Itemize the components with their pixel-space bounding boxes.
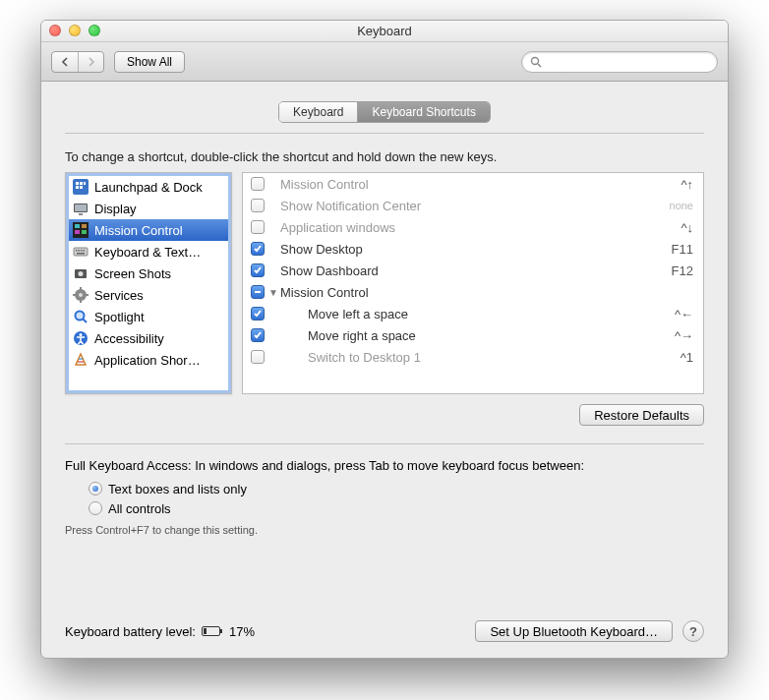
svg-rect-17 — [76, 250, 78, 252]
fka-option-textboxes[interactable]: Text boxes and lists only — [89, 479, 704, 498]
svg-rect-34 — [255, 291, 261, 293]
tab-bar: Keyboard Keyboard Shortcuts — [278, 101, 491, 123]
zoom-window-button[interactable] — [89, 25, 100, 36]
shortcut-checkbox[interactable] — [251, 263, 265, 277]
category-item[interactable]: Accessibility — [69, 327, 228, 349]
forward-button[interactable] — [78, 52, 103, 72]
shortcut-checkbox[interactable] — [251, 285, 265, 299]
shortcut-key[interactable]: ^↓ — [634, 220, 693, 235]
shortcut-row[interactable]: ▼Mission Control — [243, 281, 703, 303]
category-label: Mission Control — [94, 223, 183, 238]
shortcut-row[interactable]: Move right a space^→ — [243, 324, 703, 346]
svg-point-30 — [76, 312, 85, 321]
full-keyboard-access-section: Full Keyboard Access: In windows and dia… — [65, 443, 704, 536]
shortcut-row[interactable]: Show DashboardF12 — [243, 260, 703, 281]
shortcut-key[interactable]: F11 — [634, 242, 693, 257]
category-list[interactable]: Launchpad & DockDisplayMission ControlKe… — [65, 172, 232, 394]
svg-rect-19 — [81, 250, 83, 252]
shortcut-checkbox[interactable] — [251, 199, 265, 212]
shortcut-row[interactable]: Switch to Desktop 1^1 — [243, 346, 703, 368]
svg-rect-5 — [84, 182, 86, 185]
shortcut-label: Move right a space — [280, 328, 634, 343]
svg-rect-36 — [220, 629, 222, 633]
fka-option-label: Text boxes and lists only — [108, 482, 247, 496]
category-label: Display — [94, 202, 137, 216]
search-field-container[interactable] — [521, 51, 718, 73]
category-item[interactable]: Launchpad & Dock — [69, 176, 228, 198]
shortcut-key[interactable]: none — [634, 200, 693, 211]
shortcut-label: Mission Control — [280, 177, 634, 192]
shortcut-checkbox[interactable] — [251, 220, 265, 234]
category-item[interactable]: Spotlight — [69, 306, 228, 327]
shortcut-row[interactable]: Show DesktopF11 — [243, 238, 703, 260]
setup-bluetooth-button[interactable]: Set Up Bluetooth Keyboard… — [475, 620, 673, 642]
fka-text: Full Keyboard Access: In windows and dia… — [65, 458, 704, 473]
svg-rect-14 — [75, 230, 80, 234]
shortcut-checkbox[interactable] — [251, 307, 265, 321]
shortcut-row[interactable]: Show Notification Centernone — [243, 195, 703, 216]
svg-rect-12 — [75, 224, 80, 228]
category-item[interactable]: Services — [69, 284, 228, 306]
shortcut-label: Show Dashboard — [280, 263, 634, 278]
svg-rect-13 — [82, 224, 87, 228]
shortcut-checkbox[interactable] — [251, 177, 265, 191]
fka-option-all[interactable]: All controls — [89, 498, 704, 518]
battery-label: Keyboard battery level: — [65, 624, 196, 639]
search-icon — [530, 56, 542, 68]
shortcut-label: Show Desktop — [280, 242, 634, 257]
tab-shortcuts[interactable]: Keyboard Shortcuts — [357, 102, 489, 122]
mission-icon — [73, 222, 89, 238]
shortcut-checkbox[interactable] — [251, 350, 265, 364]
toolbar: Show All — [41, 42, 728, 82]
shortcut-checkbox[interactable] — [251, 242, 265, 256]
show-all-button[interactable]: Show All — [114, 51, 185, 73]
shortcut-key[interactable]: ^→ — [634, 328, 693, 343]
category-item[interactable]: Application Shor… — [69, 349, 228, 371]
category-item[interactable]: Screen Shots — [69, 262, 228, 284]
shortcut-key[interactable]: ^↑ — [634, 177, 693, 192]
category-label: Screen Shots — [94, 266, 171, 281]
back-button[interactable] — [52, 52, 78, 72]
svg-rect-3 — [76, 182, 79, 185]
preferences-window: Keyboard Show All Keyboard Keyboard Shor… — [40, 20, 729, 659]
shortcut-checkbox[interactable] — [251, 328, 265, 342]
accessibility-icon — [73, 330, 89, 346]
category-item[interactable]: Keyboard & Text… — [69, 241, 228, 262]
svg-line-31 — [84, 320, 88, 323]
spotlight-icon — [73, 309, 89, 324]
shortcut-key[interactable]: F12 — [634, 263, 693, 278]
svg-rect-21 — [77, 253, 85, 255]
category-item[interactable]: Mission Control — [69, 219, 228, 241]
launchpad-icon — [73, 179, 89, 195]
shortcut-list[interactable]: Mission Control^↑Show Notification Cente… — [242, 172, 704, 394]
shortcut-key[interactable]: ^1 — [634, 350, 693, 365]
titlebar: Keyboard — [41, 21, 728, 42]
shortcut-label: Switch to Desktop 1 — [280, 350, 634, 365]
keyboard-icon — [73, 244, 89, 260]
shortcut-row[interactable]: Application windows^↓ — [243, 216, 703, 238]
close-window-button[interactable] — [49, 25, 61, 36]
category-label: Accessibility — [94, 331, 164, 346]
shortcuts-panel: To change a shortcut, double-click the s… — [65, 133, 704, 426]
shortcut-row[interactable]: Move left a space^← — [243, 303, 703, 324]
category-label: Keyboard & Text… — [94, 245, 201, 260]
tab-keyboard[interactable]: Keyboard — [279, 102, 357, 122]
chevron-left-icon — [60, 57, 70, 67]
help-button[interactable]: ? — [682, 620, 704, 642]
appshort-icon — [73, 352, 89, 368]
search-input[interactable] — [546, 55, 709, 69]
category-item[interactable]: Display — [69, 198, 228, 219]
shortcut-key[interactable]: ^← — [634, 307, 693, 321]
shortcut-row[interactable]: Mission Control^↑ — [243, 173, 703, 195]
minimize-window-button[interactable] — [69, 25, 81, 36]
shortcut-label: Show Notification Center — [280, 199, 634, 213]
svg-rect-6 — [76, 186, 79, 189]
category-label: Spotlight — [94, 310, 145, 324]
window-title: Keyboard — [357, 24, 412, 38]
chevron-right-icon — [87, 57, 96, 67]
restore-defaults-button[interactable]: Restore Defaults — [579, 404, 704, 426]
battery-percent: 17% — [229, 624, 255, 639]
svg-rect-37 — [204, 628, 207, 634]
svg-rect-4 — [80, 182, 83, 185]
disclosure-icon[interactable]: ▼ — [266, 287, 280, 298]
